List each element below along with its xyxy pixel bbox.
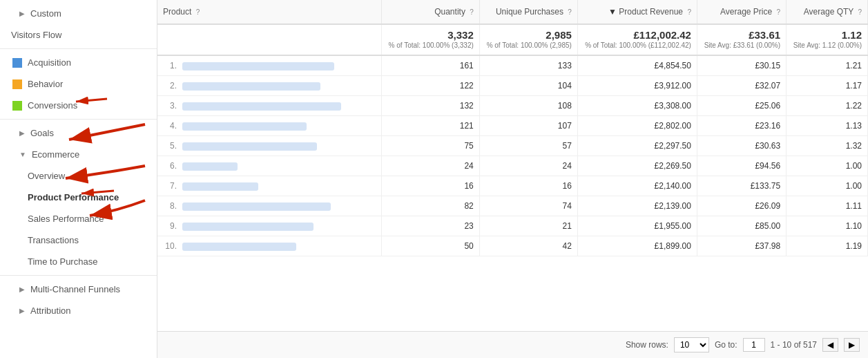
sidebar-item-label: Multi-Channel Funnels — [30, 284, 120, 294]
table-row: 7. 1616£2,140.00£133.751.00 — [157, 176, 868, 196]
sidebar-item-label: Product Performance — [28, 192, 119, 202]
product-name-blurred[interactable] — [182, 82, 320, 91]
quantity-cell: 161 — [381, 55, 479, 76]
show-rows-label: Show rows: — [626, 340, 668, 350]
average-price-cell: £133.75 — [697, 176, 786, 196]
col-quantity-info[interactable]: ? — [470, 8, 474, 16]
sidebar-item-acquisition[interactable]: Acquisition — [0, 52, 157, 73]
sidebar-item-ecommerce[interactable]: ▼ Ecommerce — [0, 144, 157, 165]
quantity-cell: 23 — [381, 216, 479, 236]
quantity-cell: 16 — [381, 176, 479, 196]
sidebar-item-visitors-flow[interactable]: Visitors Flow — [0, 24, 157, 46]
average-qty-cell: 1.13 — [787, 116, 868, 136]
sidebar-item-label: Acquisition — [28, 57, 71, 68]
product-revenue-cell: £2,297.50 — [577, 136, 697, 156]
product-cell: 4. — [157, 116, 381, 136]
col-average-qty-info[interactable]: ? — [858, 8, 862, 16]
sidebar-item-time-to-purchase[interactable]: Time to Purchase — [0, 251, 157, 272]
average-qty-cell: 1.00 — [787, 156, 868, 176]
totals-avg-price-value: £33.61 — [703, 29, 780, 41]
product-name-blurred[interactable] — [182, 122, 307, 131]
average-qty-cell: 1.10 — [787, 216, 868, 236]
totals-avg-qty-sub: Site Avg: 1.12 (0.00%) — [792, 41, 862, 50]
product-name-blurred[interactable] — [182, 102, 341, 111]
row-number: 6. — [164, 161, 177, 171]
col-product-revenue-info[interactable]: ? — [687, 8, 691, 16]
go-to-input[interactable] — [743, 338, 765, 352]
arrow-icon-mc: ▶ — [19, 285, 25, 293]
quantity-cell: 122 — [381, 76, 479, 96]
col-average-qty-label: Average QTY — [804, 7, 853, 17]
product-revenue-cell: £1,899.00 — [577, 236, 697, 256]
acquisition-icon — [11, 58, 23, 68]
average-qty-cell: 1.19 — [787, 236, 868, 256]
prev-page-button[interactable]: ◀ — [822, 338, 838, 352]
totals-revenue-value: £112,002.42 — [584, 29, 691, 41]
sidebar-item-attribution[interactable]: ▶ Attribution — [0, 300, 157, 321]
totals-unique-sub: % of Total: 100.00% (2,985) — [485, 41, 572, 50]
product-revenue-cell: £2,269.50 — [577, 156, 697, 176]
quantity-cell: 132 — [381, 96, 479, 116]
col-average-price-info[interactable]: ? — [777, 8, 781, 16]
sidebar-item-label: Overview — [28, 171, 65, 181]
product-cell: 1. — [157, 55, 381, 76]
show-rows-select[interactable]: 10 25 50 100 500 — [674, 337, 709, 352]
product-revenue-cell: £3,912.00 — [577, 76, 697, 96]
main-content: Product ? Quantity ? Unique Purchases ? … — [157, 0, 868, 358]
sidebar-item-product-performance[interactable]: Product Performance — [0, 187, 157, 208]
sort-down-icon[interactable]: ▼ — [608, 7, 617, 17]
unique-purchases-cell: 107 — [479, 116, 577, 136]
sidebar-item-goals[interactable]: ▶ Goals — [0, 122, 157, 144]
sidebar-separator-3 — [0, 275, 157, 276]
table-row: 8. 8274£2,139.00£26.091.11 — [157, 196, 868, 216]
quantity-cell: 50 — [381, 236, 479, 256]
sidebar-separator — [0, 48, 157, 49]
product-name-blurred[interactable] — [182, 162, 238, 171]
product-revenue-cell: £2,139.00 — [577, 196, 697, 216]
row-number: 9. — [164, 221, 177, 231]
sidebar-item-custom[interactable]: ▶ Custom — [0, 3, 157, 24]
col-average-qty: Average QTY ? — [787, 0, 868, 24]
arrow-icon: ▶ — [19, 10, 25, 17]
sidebar-separator-2 — [0, 119, 157, 120]
totals-product-cell — [157, 24, 381, 55]
product-name-blurred[interactable] — [182, 62, 334, 70]
sidebar-item-overview[interactable]: Overview — [0, 165, 157, 187]
col-product-info[interactable]: ? — [196, 8, 200, 16]
sidebar: ▶ Custom Visitors Flow Acquisition Behav… — [0, 0, 157, 358]
table-row: 4. 121107£2,802.00£23.161.13 — [157, 116, 868, 136]
row-number: 4. — [164, 121, 177, 131]
product-name-blurred[interactable] — [182, 182, 258, 191]
sidebar-item-transactions[interactable]: Transactions — [0, 229, 157, 251]
col-average-price-label: Average Price — [720, 7, 772, 17]
row-number: 8. — [164, 201, 177, 211]
col-product-revenue: ▼ Product Revenue ? — [577, 0, 697, 24]
sidebar-item-multi-channel-funnels[interactable]: ▶ Multi-Channel Funnels — [0, 279, 157, 300]
product-cell: 8. — [157, 196, 381, 216]
behavior-icon — [11, 79, 23, 89]
sidebar-item-label: Transactions — [28, 235, 79, 245]
col-average-price: Average Price ? — [697, 0, 786, 24]
col-product: Product ? — [157, 0, 381, 24]
totals-unique-value: 2,985 — [485, 29, 572, 41]
product-name-blurred[interactable] — [182, 243, 296, 251]
product-name-blurred[interactable] — [182, 142, 317, 151]
col-product-label: Product — [163, 7, 191, 17]
average-price-cell: £25.06 — [697, 96, 786, 116]
totals-row: 3,332 % of Total: 100.00% (3,332) 2,985 … — [157, 24, 868, 55]
unique-purchases-cell: 74 — [479, 196, 577, 216]
unique-purchases-cell: 133 — [479, 55, 577, 76]
sidebar-item-sales-performance[interactable]: Sales Performance — [0, 208, 157, 229]
sidebar-item-conversions[interactable]: Conversions — [0, 95, 157, 116]
average-qty-cell: 1.32 — [787, 136, 868, 156]
next-page-button[interactable]: ▶ — [844, 338, 860, 352]
col-unique-purchases-info[interactable]: ? — [568, 8, 572, 16]
product-name-blurred[interactable] — [182, 223, 314, 231]
table-row: 10. 5042£1,899.00£37.981.19 — [157, 236, 868, 256]
totals-avg-qty-value: 1.12 — [792, 29, 862, 41]
data-table: Product ? Quantity ? Unique Purchases ? … — [157, 0, 868, 256]
sidebar-item-behavior[interactable]: Behavior — [0, 73, 157, 95]
product-cell: 5. — [157, 136, 381, 156]
product-name-blurred[interactable] — [182, 202, 331, 211]
col-unique-purchases-label: Unique Purchases — [496, 7, 563, 17]
